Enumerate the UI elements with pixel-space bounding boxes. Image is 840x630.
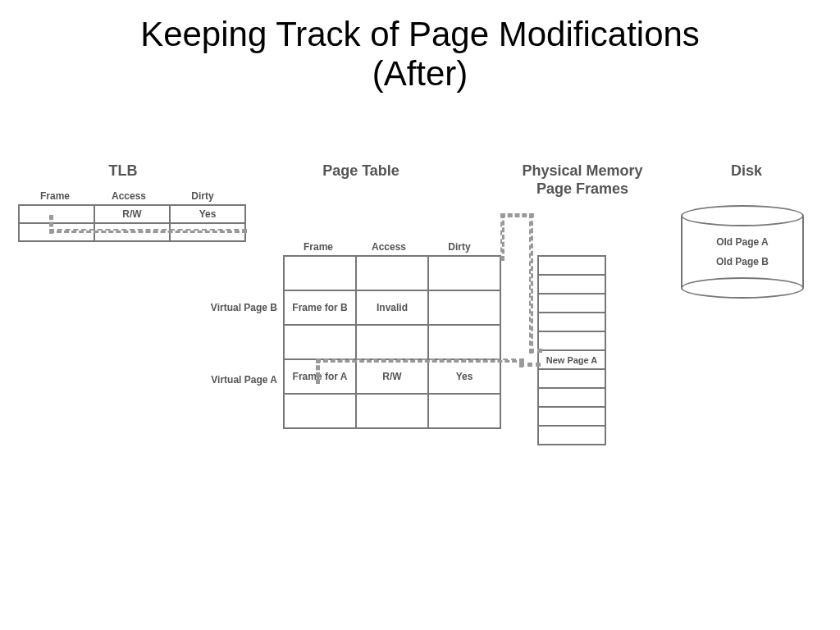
- frame-row: [538, 294, 605, 313]
- physmem-line-1: Physical Memory: [522, 162, 642, 179]
- frame-row-new-a: New Page A: [538, 350, 605, 369]
- slide-title: Keeping Track of Page Modifications (Aft…: [0, 15, 840, 94]
- pt-row-0: [284, 256, 500, 290]
- physmem-heading: Physical Memory Page Frames: [500, 162, 664, 198]
- tlb-col-frame: Frame: [18, 190, 92, 202]
- disk-cylinder: Old Page A Old Page B: [681, 205, 804, 299]
- frame-row: [538, 331, 605, 350]
- connector-tlb-right: [49, 229, 247, 233]
- title-line-1: Keeping Track of Page Modifications: [140, 15, 700, 53]
- pt-row-4: [284, 394, 500, 428]
- frame-row: [538, 369, 605, 388]
- connector-pt-top-v2: [529, 213, 533, 354]
- frame-row: [538, 275, 605, 294]
- connector-pt-a-right1: [316, 358, 524, 363]
- pt-row-1: Frame for B Invalid: [284, 290, 500, 325]
- pagetable-heading: Page Table: [304, 162, 418, 180]
- connector-pt-top-v1: [500, 213, 504, 261]
- frame-row: [538, 313, 605, 331]
- frame-row: [538, 426, 605, 445]
- tlb-col-dirty: Dirty: [166, 190, 240, 202]
- connector-pt-top-h2: [529, 349, 542, 353]
- pt-r1-dirty: [428, 290, 500, 325]
- pt-r1-frame: Frame for B: [284, 290, 356, 325]
- frame-row: [538, 407, 605, 426]
- disk-old-a: Old Page A: [681, 236, 804, 248]
- pt-col-frame: Frame: [283, 241, 354, 253]
- frame-row: [538, 256, 605, 275]
- disk-old-b: Old Page B: [681, 256, 804, 267]
- pt-r3-frame: Frame for A: [284, 359, 356, 394]
- frame-row: [538, 388, 605, 407]
- slide: Keeping Track of Page Modifications (Aft…: [0, 0, 840, 630]
- pt-rowlabel-b: Virtual Page B: [203, 302, 277, 313]
- physmem-line-2: Page Frames: [536, 180, 628, 197]
- pt-col-access: Access: [354, 241, 424, 253]
- title-line-2: (After): [372, 54, 468, 93]
- tlb-heading: TLB: [98, 162, 148, 180]
- physical-frames: New Page A: [537, 255, 606, 445]
- pt-rowlabel-a: Virtual Page A: [203, 374, 277, 386]
- pt-col-dirty: Dirty: [424, 241, 495, 253]
- page-table: Frame for B Invalid Frame for A R/W Yes: [283, 255, 501, 429]
- tlb-cell-access: R/W: [94, 205, 170, 223]
- pt-row-2: [284, 325, 500, 359]
- tlb-col-access: Access: [92, 190, 166, 202]
- pt-r1-access: Invalid: [356, 290, 428, 325]
- pt-r3-dirty: Yes: [428, 359, 500, 394]
- tlb-cell-frame: [19, 205, 94, 223]
- frame-new-a: New Page A: [538, 350, 605, 369]
- connector-pt-a-right2: [519, 363, 541, 367]
- tlb-cell-dirty: Yes: [170, 205, 245, 223]
- pt-r3-access: R/W: [356, 359, 428, 394]
- disk-heading: Disk: [722, 162, 771, 180]
